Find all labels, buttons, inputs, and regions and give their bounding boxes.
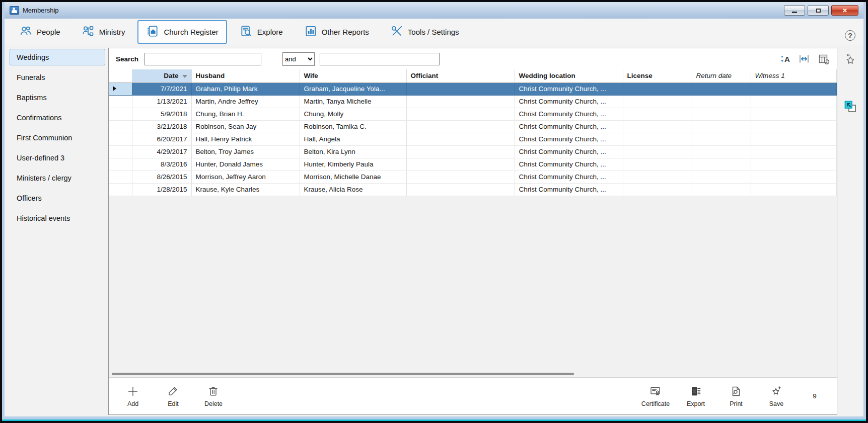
grid-empty-area [109,196,837,371]
save-button[interactable]: Save [756,385,797,407]
sidebar-item-label: Funerals [17,73,45,81]
weddings-grid: Date Husband Wife Officiant Wedding loca… [109,69,837,371]
nav-tab-label: Other Reports [322,28,369,36]
export-button[interactable]: X Export [676,385,716,407]
sort-desc-icon [182,75,187,78]
font-size-icon[interactable]: A [779,53,790,64]
sidebar-item-label: User-defined 3 [17,154,64,162]
sidebar-item-first-communion[interactable]: First Communion [10,129,105,146]
star-plus-icon [770,385,782,397]
sidebar-item-confirmations[interactable]: Confirmations [10,109,105,126]
minimize-icon [792,12,797,13]
sidebar-item-label: Weddings [17,53,49,61]
weddings-panel: Search and A [108,48,837,415]
svg-text:X: X [693,388,696,394]
explore-icon [240,25,253,39]
bottom-toolbar: Add Edit Delete Certificate [109,377,837,414]
print-label: Print [730,400,743,407]
export-label: Export [687,400,705,407]
nav-tab-other-reports[interactable]: Other Reports [296,20,378,44]
column-header-license[interactable]: License [623,69,692,82]
current-row-marker [109,82,132,95]
sidebar-item-weddings[interactable]: Weddings [10,49,105,65]
bar-chart-icon [304,25,317,39]
sidebar-item-funerals[interactable]: Funerals [10,69,105,86]
grid-header-row: Date Husband Wife Officiant Wedding loca… [109,69,837,82]
popout-panel-icon[interactable] [843,99,858,114]
nav-tab-tools-settings[interactable]: Tools / Settings [382,20,468,44]
grid-options-icon[interactable] [818,53,830,64]
column-header-wedding-location[interactable]: Wedding location [515,69,623,82]
print-preview-icon [730,385,742,397]
tools-icon [390,25,403,39]
search-input-2[interactable] [320,53,440,65]
table-row[interactable]: 7/7/2021Graham, Philip MarkGraham, Jacqu… [109,82,837,95]
svg-text:A: A [784,55,790,63]
column-header-husband[interactable]: Husband [191,69,300,82]
column-header-officiant[interactable]: Officiant [406,69,515,82]
table-row[interactable]: 1/13/2021Martin, Andre JeffreyMartin, Ta… [109,95,837,108]
delete-button[interactable]: Delete [193,385,234,407]
maximize-icon [816,9,821,13]
delete-label: Delete [204,400,223,407]
sidebar-item-user-defined-3[interactable]: User-defined 3 [10,149,105,166]
register-sidebar: Weddings Funerals Baptisms Confirmations… [10,48,108,415]
sidebar-item-label: First Communion [17,134,72,142]
excel-export-icon: X [690,385,702,397]
sidebar-item-officers[interactable]: Officers [10,190,105,206]
table-row[interactable]: 3/21/2018Robinson, Sean JayRobinson, Tam… [109,120,837,133]
search-operator-select[interactable]: and [282,52,315,66]
save-label: Save [769,400,784,407]
nav-tab-people[interactable]: People [11,20,69,44]
table-row[interactable]: 1/28/2015Krause, Kyle CharlesKrause, Ali… [109,183,837,196]
column-header-witness-1[interactable]: Witness 1 [751,69,837,82]
sidebar-item-historical-events[interactable]: Historical events [10,210,105,226]
main-nav: People Ministry Church Register Explore … [5,19,863,45]
sidebar-item-label: Historical events [17,214,70,222]
favorite-star-icon[interactable] [843,53,857,67]
nav-tab-explore[interactable]: Explore [231,20,292,44]
column-header-return-date[interactable]: Return date [692,69,751,82]
add-label: Add [127,400,138,407]
trash-icon [207,385,220,397]
nav-tab-church-register[interactable]: Church Register [137,20,227,44]
column-header-date[interactable]: Date [132,69,191,82]
people-icon [19,25,32,39]
column-width-icon[interactable] [798,53,810,64]
edit-button[interactable]: Edit [153,385,193,407]
scrollbar-thumb[interactable] [112,373,574,375]
horizontal-scrollbar[interactable] [109,371,837,377]
sidebar-item-label: Officers [17,194,42,202]
maximize-button[interactable] [808,5,829,16]
print-button[interactable]: Print [716,385,756,407]
certificate-button[interactable]: Certificate [635,385,676,407]
search-bar: Search and A [109,48,837,69]
table-row[interactable]: 4/29/2017Belton, Troy JamesBelton, Kira … [109,145,837,158]
table-row[interactable]: 6/20/2017Hall, Henry PatrickHall, Angela… [109,133,837,145]
help-icon[interactable]: ? [845,30,855,41]
table-row[interactable]: 5/9/2018Chung, Brian H.Chung, MollyChris… [109,108,837,120]
sidebar-item-label: Confirmations [17,114,61,122]
search-input-1[interactable] [144,53,261,65]
column-header-wife[interactable]: Wife [300,69,406,82]
nav-tab-label: Church Register [164,28,218,36]
sidebar-item-baptisms[interactable]: Baptisms [10,89,105,106]
sidebar-item-label: Baptisms [17,94,47,102]
add-button[interactable]: Add [113,385,153,407]
table-row[interactable]: 8/3/2016Hunter, Donald JamesHunter, Kimb… [109,158,837,171]
close-button[interactable]: ✕ [831,5,858,16]
app-icon [10,6,19,15]
minimize-button[interactable] [784,5,805,16]
right-rail [837,48,863,415]
close-icon: ✕ [842,7,847,14]
nav-tab-label: People [37,28,60,36]
record-count: 9 [797,392,833,400]
search-label: Search [116,55,138,63]
plus-icon [127,385,139,397]
nav-tab-ministry[interactable]: Ministry [73,20,134,44]
church-register-icon [146,25,159,39]
sidebar-item-ministers-clergy[interactable]: Ministers / clergy [10,170,105,186]
row-marker-header [109,69,132,82]
table-row[interactable]: 8/26/2015Morrison, Jeffrey AaronMorrison… [109,171,837,183]
certificate-icon [649,385,662,397]
